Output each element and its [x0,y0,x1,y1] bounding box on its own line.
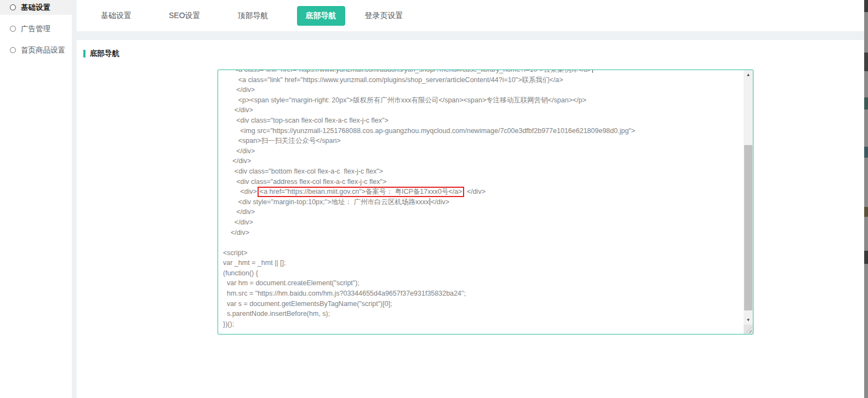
code-text: <div> [223,188,257,195]
code-line: </div> [223,228,744,238]
code-line: var hm = document.createElement("script"… [223,278,744,289]
code-line: <script> [223,248,744,258]
code-line: <div class="top-scan flex-col flex-a-c f… [223,116,744,126]
code-line [223,238,744,248]
code-text: <a class="link" href="https://www.yunzma… [223,70,592,73]
code-line: </div> [223,156,744,166]
code-line: </div> [223,217,744,228]
code-line: <div><a href="https://beian.miit.gov.cn"… [223,187,744,197]
code-line: s.parentNode.insertBefore(hm, s); [223,309,744,319]
code-line: <a class="link" href="https://www.yunzma… [223,75,744,85]
code-text: s.parentNode.insertBefore(hm, s); [223,310,330,318]
scroll-down-icon[interactable]: ▼ [744,315,753,325]
code-text: hm.src = "https://hm.baidu.com/hm.js?033… [223,290,466,297]
code-line: (function() { [223,268,744,279]
code-line: var _hmt = _hmt || []; [223,258,744,268]
code-text: <a class="link" href="https://www.yunzma… [223,76,563,84]
code-text: <div class="bottom flex-col flex-a-c fle… [223,168,383,175]
text-caret [592,70,593,73]
code-text: })(); [223,320,234,328]
code-line: var s = document.getElementsByTagName("s… [223,299,744,309]
radio-circle-icon [10,26,16,32]
code-text: <script> [223,249,247,257]
sidebar-item-label: 基础设置 [21,3,50,13]
resize-grip-icon[interactable] [744,325,753,334]
code-line: <div class="bottom flex-col flex-a-c fle… [223,166,744,177]
sidebar-nav: 基础设置广告管理首页商品设置 [0,0,72,398]
code-text: var hm = document.createElement("script"… [223,279,359,287]
code-line: </div> [223,105,744,116]
code-line: hm.src = "https://hm.baidu.com/hm.js?033… [223,289,744,299]
code-text: </div> [223,218,253,226]
editor-scrollbar[interactable]: ▲ ▼ [744,70,753,334]
code-line: <div class="address flex-col flex-a-c fl… [223,177,744,187]
code-line: <img src="https://yunzmall-1251768088.co… [223,126,744,136]
sidebar-item-2[interactable]: 首页商品设置 [0,43,72,57]
tab-2[interactable]: 顶部导航 [229,6,277,26]
tab-0[interactable]: 基础设置 [92,6,140,26]
code-line: </div> [223,85,744,95]
sidebar-item-label: 广告管理 [21,24,50,34]
code-line: </div> [223,146,744,157]
code-text: (function() { [223,269,258,277]
code-area[interactable]: <a class="link" href="https://www.yunzma… [218,70,744,334]
code-text: </div> [223,147,255,155]
code-text: </div> [465,188,486,195]
settings-tab-bar: 基础设置SEO设置顶部导航底部导航登录页设置 [77,0,864,31]
sidebar-item-1[interactable]: 广告管理 [0,21,72,36]
code-text: var _hmt = _hmt || []; [223,259,286,267]
section-header: 底部导航 [77,40,864,59]
red-annotation-box: <a href="https://beian.miit.gov.cn">备案号：… [258,187,465,197]
footer-nav-code-editor[interactable]: <a class="link" href="https://www.yunzma… [218,70,753,334]
code-block: <a class="link" href="https://www.yunzma… [223,70,744,329]
code-line: })(); [223,319,744,330]
sidebar-item-0[interactable]: 基础设置 [0,0,72,15]
code-line: </div> [223,207,744,217]
code-text: <img src="https://yunzmall-1251768088.co… [223,127,635,135]
section-accent-bar [83,50,85,57]
code-text: </div> [223,86,255,94]
code-text: var s = document.getElementsByTagName("s… [223,300,392,308]
radio-circle-icon [10,4,16,10]
code-line: <p><span style="margin-right: 20px">版权所有… [223,95,744,106]
tab-3[interactable]: 底部导航 [297,6,345,26]
code-text: <div style="margin-top:10px;">地址： 广州市白云区… [223,198,429,206]
code-text: </div> [223,229,249,237]
text-caret [430,198,430,205]
code-text: <span>扫一扫关注公众号</span> [223,137,341,145]
code-text: <div class="top-scan flex-col flex-a-c f… [223,117,389,124]
scrollbar-track[interactable] [744,79,753,315]
code-text: </div> [223,106,253,114]
code-line: <span>扫一扫关注公众号</span> [223,136,744,146]
code-text: </div> [223,157,251,165]
screen-edge-strip [864,0,868,398]
radio-circle-icon [10,47,16,53]
code-text: </div> [431,198,449,206]
code-line: <div style="margin-top:10px;">地址： 广州市白云区… [223,197,744,207]
code-text: </div> [223,208,255,216]
main-content-card: 底部导航 <a class="link" href="https://www.y… [77,40,864,398]
tab-1[interactable]: SEO设置 [160,6,209,26]
scrollbar-thumb[interactable] [744,145,752,310]
sidebar-item-label: 首页商品设置 [21,45,65,55]
tab-4[interactable]: 登录页设置 [356,6,412,26]
code-text: <p><span style="margin-right: 20px">版权所有… [223,96,586,104]
code-line: <a class="link" href="https://www.yunzma… [223,70,744,75]
section-title: 底部导航 [90,49,119,59]
scroll-up-icon[interactable]: ▲ [744,70,753,79]
code-text: <div class="address flex-col flex-a-c fl… [223,178,386,186]
